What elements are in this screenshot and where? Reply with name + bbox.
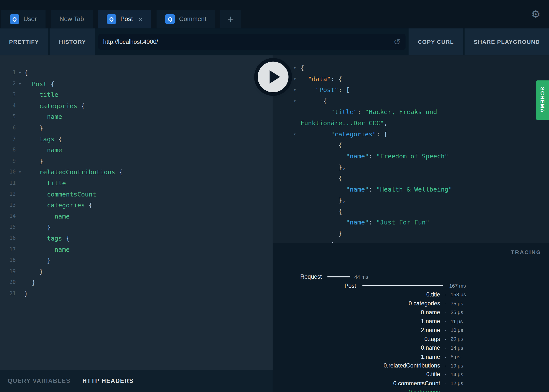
prettify-button[interactable]: PRETTIFY (0, 28, 48, 55)
editor-line[interactable]: 19 } (0, 266, 273, 277)
json-text: { (301, 140, 342, 151)
tracing-field-time: 12 μs (451, 381, 463, 386)
response-line: "name": "Freedom of Speech" (273, 151, 549, 162)
share-playground-button[interactable]: SHARE PLAYGROUND (465, 28, 549, 55)
settings-gear-icon[interactable]: ⚙ (531, 9, 541, 20)
editor-line[interactable]: 8 name (0, 145, 273, 156)
url-input[interactable] (103, 38, 393, 45)
new-tab-button[interactable]: + (220, 10, 241, 28)
tracing-span-row: Request44 ms (273, 272, 549, 281)
tracing-field-time: 10 μs (451, 327, 463, 333)
editor-line[interactable]: 1▾{ (0, 67, 273, 78)
query-badge-icon: Q (10, 14, 19, 24)
schema-tab[interactable]: SCHEMA (536, 80, 549, 120)
fold-caret-placeholder (16, 145, 24, 156)
tracing-field-row: 0.categories-75 μs (273, 299, 549, 308)
editor-line[interactable]: 4 categories { (0, 100, 273, 111)
http-headers-tab[interactable]: HTTP HEADERS (82, 377, 134, 384)
editor-line[interactable]: 10▾ relatedContributions { (0, 167, 273, 178)
tracing-field-label: 0.categories (273, 300, 440, 307)
code-text: } (24, 255, 51, 266)
code-text: } (24, 122, 43, 134)
line-number: 1 (0, 67, 16, 78)
fold-caret-placeholder (16, 100, 24, 111)
editor-line[interactable]: 21} (0, 288, 273, 299)
line-number: 15 (0, 222, 16, 233)
line-number: 2 (0, 78, 16, 89)
editor-line[interactable]: 11 title (0, 178, 273, 189)
editor-footer: QUERY VARIABLES HTTP HEADERS (0, 370, 273, 392)
tracing-field-time: 11 μs (451, 318, 463, 324)
tracing-field-label: 0.name (273, 309, 440, 316)
editor-line[interactable]: 5 name (0, 111, 273, 122)
reload-icon[interactable]: ↺ (394, 38, 401, 46)
collapse-caret-icon[interactable]: ▾ (293, 73, 300, 84)
editor-line[interactable]: 17 name (0, 244, 273, 255)
fold-caret-icon[interactable]: ▾ (16, 167, 24, 178)
top-bar: QUserNew TabQPost×QComment+ ⚙ (0, 0, 549, 28)
tab-bar: QUserNew TabQPost×QComment+ (1, 10, 241, 28)
history-button[interactable]: HISTORY (50, 28, 95, 55)
fold-caret-placeholder (16, 200, 24, 211)
editor-line[interactable]: 15 } (0, 222, 273, 233)
tracing-field-row: 0.title-153 μs (273, 290, 549, 299)
response-line: Funktionäre...Der CCC", (273, 118, 549, 129)
url-bar[interactable]: ↺ (98, 34, 406, 50)
tab-comment[interactable]: QComment (157, 10, 215, 28)
collapse-caret-icon[interactable]: ▾ (293, 128, 300, 140)
tracing-field-label: 1.name (273, 353, 440, 360)
collapse-caret-icon[interactable]: ▾ (293, 84, 300, 96)
editor-line[interactable]: 20 } (0, 277, 273, 288)
fold-caret-icon[interactable]: ▾ (16, 67, 24, 78)
editor-line[interactable]: 3 title (0, 89, 273, 100)
editor-line[interactable]: 2▾ Post { (0, 78, 273, 89)
editor-line[interactable]: 13 categories { (0, 200, 273, 211)
collapse-caret-placeholder (293, 184, 300, 195)
editor-line[interactable]: 6 } (0, 122, 273, 134)
tab-label: User (24, 15, 37, 23)
line-number: 17 (0, 244, 16, 255)
close-tab-icon[interactable]: × (138, 16, 143, 23)
tracing-dash: - (440, 389, 450, 392)
tracing-dash: - (440, 327, 450, 333)
editor-line[interactable]: 9 } (0, 155, 273, 167)
tracing-dash: - (440, 363, 450, 368)
tracing-field-row: 0.commentsCount-12 μs (273, 379, 549, 388)
collapse-caret-icon[interactable]: ▾ (293, 95, 300, 106)
execute-query-button[interactable] (258, 62, 288, 92)
editor-line[interactable]: 12 commentsCount (0, 189, 273, 200)
fold-caret-icon[interactable]: ▾ (16, 78, 24, 89)
query-badge-icon: Q (165, 14, 175, 24)
collapse-caret-placeholder (293, 140, 300, 151)
tab-new-tab[interactable]: New Tab (51, 10, 93, 28)
json-text: "name": "Health & Wellbeing" (301, 184, 452, 195)
json-text: "categories": [ (301, 128, 388, 140)
tab-user[interactable]: QUser (1, 10, 46, 28)
collapse-caret-icon[interactable]: ▾ (293, 62, 300, 74)
toolbar: PRETTIFY HISTORY ↺ COPY CURL SHARE PLAYG… (0, 28, 549, 55)
json-text: "Post": [ (301, 84, 350, 96)
tracing-field-row: 0.name-25 μs (273, 308, 549, 317)
graphql-playground-window: QUserNew TabQPost×QComment+ ⚙ PRETTIFY H… (0, 0, 549, 392)
editor-line[interactable]: 14 name (0, 211, 273, 222)
response-line: { (273, 173, 549, 184)
json-text: ] (301, 239, 335, 243)
tab-post[interactable]: QPost× (98, 10, 151, 28)
tracing-field-label: 0.commentsCount (273, 380, 440, 387)
editor-line[interactable]: 16 tags { (0, 233, 273, 244)
tracing-field-label: 0.categories (273, 389, 440, 392)
response-line: "name": "Health & Wellbeing" (273, 184, 549, 195)
response-line: { (273, 140, 549, 151)
code-text: categories { (24, 200, 93, 211)
tracing-field-label: 0.relatedContributions (273, 362, 440, 369)
query-editor[interactable]: 1▾{2▾ Post {3 title4 categories {5 name6… (0, 55, 273, 370)
editor-line[interactable]: 18 } (0, 255, 273, 266)
line-number: 18 (0, 255, 16, 266)
query-variables-tab[interactable]: QUERY VARIABLES (8, 377, 70, 384)
code-text: commentsCount (24, 189, 96, 200)
editor-line[interactable]: 7 tags { (0, 133, 273, 145)
copy-curl-button[interactable]: COPY CURL (409, 28, 463, 55)
code-text: title (24, 178, 66, 189)
code-text: categories { (24, 100, 85, 111)
query-badge-icon: Q (107, 14, 116, 24)
